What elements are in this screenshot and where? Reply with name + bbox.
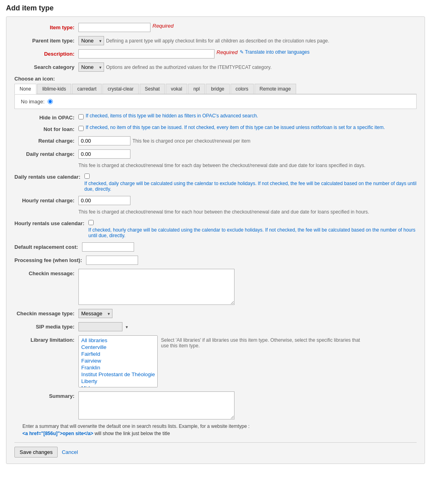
icon-section: Choose an icon: Noneliblime-kidscarredar… (14, 76, 417, 109)
processing-fee-row: Processing fee (when lost): (14, 256, 417, 265)
item-type-control: Required (78, 23, 417, 32)
search-category-row: Search category None Options are defined… (14, 62, 417, 72)
default-replacement-input[interactable] (82, 242, 134, 252)
hourly-rental-hint: This fee is charged at checkout/renewal … (78, 207, 369, 215)
not-for-loan-label: Not for loan: (14, 125, 78, 132)
summary-code-tag: <a href="[856u]">open site</a> (22, 431, 93, 436)
item-type-required: Required (152, 23, 174, 29)
description-row: Description: Required ✎ Translate into o… (14, 49, 417, 58)
icon-tab-content: No image: (14, 94, 417, 109)
daily-rentals-cal-label: Daily rentals use calendar: (14, 172, 84, 180)
hourly-rental-row: Hourly rental charge: This fee is charge… (14, 196, 417, 215)
daily-rental-hint: This fee is charged at checkout/renewal … (78, 161, 365, 168)
not-for-loan-checkbox[interactable] (78, 126, 84, 131)
checkin-message-type-select[interactable]: MessageAlert (78, 309, 112, 318)
library-limitation-listbox[interactable]: All librariesCentervilleFairfieldFairvie… (78, 335, 158, 387)
icon-tab-vokal[interactable]: vokal (166, 84, 187, 94)
default-replacement-row: Default replacement cost: (14, 242, 417, 252)
choose-icon-label: Choose an icon: (14, 76, 417, 82)
no-image-label: No image: (21, 99, 44, 105)
search-category-hint: Options are defined as the authorized va… (106, 62, 272, 70)
checkin-message-type-row: Checkin message type: MessageAlert (14, 309, 417, 318)
sip-media-type-select[interactable] (78, 322, 122, 331)
hide-opac-label: Hide in OPAC: (14, 113, 78, 121)
parent-item-type-row: Parent item type: None Defining a parent… (14, 36, 417, 45)
rental-charge-label: Rental charge: (14, 136, 78, 144)
button-row: Save changes Cancel (14, 442, 417, 458)
search-category-select[interactable]: None (78, 62, 104, 72)
summary-row: Summary: (14, 391, 417, 419)
save-changes-button[interactable]: Save changes (14, 447, 58, 458)
hourly-rental-label: Hourly rental charge: (14, 196, 78, 204)
icon-tab-liblime-kids[interactable]: liblime-kids (37, 84, 71, 94)
checkin-message-textarea[interactable] (78, 269, 235, 305)
processing-fee-label: Processing fee (when lost): (14, 256, 86, 263)
library-limitation-hint: Select 'All libraries' if all libraries … (161, 335, 361, 349)
description-required: Required (217, 49, 238, 55)
no-image-radio[interactable] (48, 99, 53, 104)
hide-opac-checkbox[interactable] (78, 114, 84, 119)
checkin-message-type-label: Checkin message type: (14, 309, 78, 317)
hourly-rentals-cal-row: Hourly rentals use calendar: If checked,… (14, 219, 417, 238)
parent-item-type-select[interactable]: None (78, 36, 104, 45)
hourly-rentals-cal-checkbox[interactable] (88, 220, 94, 225)
summary-label: Summary: (14, 391, 78, 399)
parent-item-type-select-wrapper[interactable]: None (78, 36, 104, 45)
checkin-message-label: Checkin message: (14, 269, 78, 276)
parent-item-type-label: Parent item type: (14, 36, 78, 44)
daily-rentals-cal-row: Daily rentals use calendar: If checked, … (14, 172, 417, 192)
daily-rentals-cal-hint: If checked, daily charge will be calcula… (84, 181, 417, 192)
icon-tab-crystal-clear[interactable]: crystal-clear (102, 84, 139, 94)
icon-tabs: Noneliblime-kidscarredartcrystal-clearSe… (14, 84, 417, 94)
cancel-button[interactable]: Cancel (62, 449, 78, 455)
summary-code-hint: <a href="[856u]">open site</a> will show… (22, 431, 417, 436)
checkin-message-row: Checkin message: (14, 269, 417, 305)
item-type-label: Item type: (14, 23, 78, 30)
hide-opac-hint: If checked, items of this type will be h… (86, 113, 258, 119)
processing-fee-input[interactable] (86, 256, 138, 265)
description-input[interactable] (78, 49, 214, 58)
sip-media-type-row: SIP media type: (14, 322, 417, 331)
summary-hints: Enter a summary that will overwrite the … (14, 423, 417, 436)
parent-item-type-hint: Defining a parent type will apply checko… (106, 36, 329, 44)
translate-link[interactable]: ✎ Translate into other languages (240, 49, 310, 55)
hourly-rentals-cal-hint: If checked, hourly charge will be calcul… (88, 227, 417, 238)
hourly-rental-input[interactable] (78, 196, 130, 205)
parent-item-type-control: None Defining a parent type will apply c… (78, 36, 417, 45)
rental-charge-hint: This fee is charged once per checkout/re… (132, 136, 251, 144)
page-title: Add item type (6, 4, 425, 12)
checkin-message-type-select-wrapper[interactable]: MessageAlert (78, 309, 112, 318)
search-category-label: Search category (14, 62, 78, 70)
daily-rental-label: Daily rental charge: (14, 149, 78, 157)
summary-textarea[interactable] (78, 391, 235, 419)
daily-rental-charge-row: Daily rental charge: This fee is charged… (14, 149, 417, 168)
icon-tab-carredart[interactable]: carredart (72, 84, 102, 94)
rental-charge-row: Rental charge: This fee is charged once … (14, 136, 417, 145)
icon-tab-bridge[interactable]: bridge (206, 84, 229, 94)
sip-media-type-select-wrapper[interactable] (78, 322, 130, 331)
description-label: Description: (14, 49, 78, 57)
library-limitation-label: Library limitation: (14, 335, 78, 343)
library-limitation-row: Library limitation: All librariesCenterv… (14, 335, 417, 387)
rental-charge-input[interactable] (78, 136, 130, 145)
daily-rental-input[interactable] (78, 149, 130, 159)
not-for-loan-hint: If checked, no item of this type can be … (86, 125, 385, 130)
default-replacement-label: Default replacement cost: (14, 242, 82, 250)
icon-tab-none[interactable]: None (14, 84, 36, 94)
icon-tab-npl[interactable]: npl (188, 84, 205, 94)
icon-tab-seshat[interactable]: Seshat (140, 84, 165, 94)
sip-media-type-label: SIP media type: (14, 322, 78, 330)
search-category-select-wrapper[interactable]: None (78, 62, 104, 72)
not-for-loan-row: Not for loan: If checked, no item of thi… (14, 125, 417, 132)
daily-rentals-cal-checkbox[interactable] (84, 173, 90, 179)
icon-tab-colors[interactable]: colors (231, 84, 254, 94)
item-type-input[interactable] (78, 23, 150, 32)
form-container: Item type: Required Parent item type: No… (6, 16, 425, 464)
hourly-rentals-cal-label: Hourly rentals use calendar: (14, 219, 88, 226)
summary-hint-text: Enter a summary that will overwrite the … (22, 423, 417, 429)
hide-opac-row: Hide in OPAC: If checked, items of this … (14, 113, 417, 121)
icon-tab-remote-image[interactable]: Remote image (255, 84, 296, 94)
item-type-row: Item type: Required (14, 23, 417, 32)
summary-code-suffix: will show the link just below the title (94, 431, 170, 436)
